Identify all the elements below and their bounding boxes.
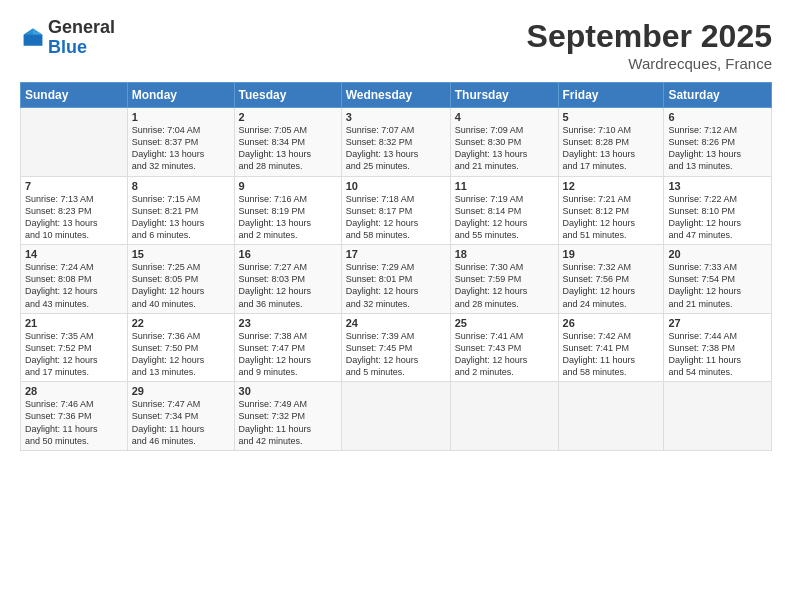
day-cell: 12Sunrise: 7:21 AM Sunset: 8:12 PM Dayli…	[558, 176, 664, 245]
day-info: Sunrise: 7:44 AM Sunset: 7:38 PM Dayligh…	[668, 330, 767, 379]
day-info: Sunrise: 7:10 AM Sunset: 8:28 PM Dayligh…	[563, 124, 660, 173]
col-header-saturday: Saturday	[664, 83, 772, 108]
day-number: 30	[239, 385, 337, 397]
logo-blue: Blue	[48, 37, 87, 57]
day-cell: 21Sunrise: 7:35 AM Sunset: 7:52 PM Dayli…	[21, 313, 128, 382]
day-cell: 3Sunrise: 7:07 AM Sunset: 8:32 PM Daylig…	[341, 108, 450, 177]
day-info: Sunrise: 7:05 AM Sunset: 8:34 PM Dayligh…	[239, 124, 337, 173]
day-cell: 27Sunrise: 7:44 AM Sunset: 7:38 PM Dayli…	[664, 313, 772, 382]
header: General Blue September 2025 Wardrecques,…	[20, 18, 772, 72]
location: Wardrecques, France	[527, 55, 772, 72]
day-number: 8	[132, 180, 230, 192]
day-number: 7	[25, 180, 123, 192]
day-number: 23	[239, 317, 337, 329]
day-info: Sunrise: 7:27 AM Sunset: 8:03 PM Dayligh…	[239, 261, 337, 310]
col-header-friday: Friday	[558, 83, 664, 108]
day-cell: 19Sunrise: 7:32 AM Sunset: 7:56 PM Dayli…	[558, 245, 664, 314]
day-cell	[21, 108, 128, 177]
week-row-2: 7Sunrise: 7:13 AM Sunset: 8:23 PM Daylig…	[21, 176, 772, 245]
day-cell: 29Sunrise: 7:47 AM Sunset: 7:34 PM Dayli…	[127, 382, 234, 451]
day-cell: 8Sunrise: 7:15 AM Sunset: 8:21 PM Daylig…	[127, 176, 234, 245]
day-cell: 6Sunrise: 7:12 AM Sunset: 8:26 PM Daylig…	[664, 108, 772, 177]
page: General Blue September 2025 Wardrecques,…	[0, 0, 792, 612]
day-number: 15	[132, 248, 230, 260]
day-number: 4	[455, 111, 554, 123]
day-info: Sunrise: 7:21 AM Sunset: 8:12 PM Dayligh…	[563, 193, 660, 242]
day-info: Sunrise: 7:30 AM Sunset: 7:59 PM Dayligh…	[455, 261, 554, 310]
day-info: Sunrise: 7:13 AM Sunset: 8:23 PM Dayligh…	[25, 193, 123, 242]
logo: General Blue	[20, 18, 115, 58]
day-cell: 15Sunrise: 7:25 AM Sunset: 8:05 PM Dayli…	[127, 245, 234, 314]
day-cell: 20Sunrise: 7:33 AM Sunset: 7:54 PM Dayli…	[664, 245, 772, 314]
day-cell: 7Sunrise: 7:13 AM Sunset: 8:23 PM Daylig…	[21, 176, 128, 245]
day-info: Sunrise: 7:36 AM Sunset: 7:50 PM Dayligh…	[132, 330, 230, 379]
logo-icon	[22, 27, 44, 49]
day-info: Sunrise: 7:41 AM Sunset: 7:43 PM Dayligh…	[455, 330, 554, 379]
col-header-sunday: Sunday	[21, 83, 128, 108]
day-info: Sunrise: 7:09 AM Sunset: 8:30 PM Dayligh…	[455, 124, 554, 173]
day-info: Sunrise: 7:04 AM Sunset: 8:37 PM Dayligh…	[132, 124, 230, 173]
day-info: Sunrise: 7:46 AM Sunset: 7:36 PM Dayligh…	[25, 398, 123, 447]
day-number: 1	[132, 111, 230, 123]
day-number: 17	[346, 248, 446, 260]
day-cell: 2Sunrise: 7:05 AM Sunset: 8:34 PM Daylig…	[234, 108, 341, 177]
day-number: 21	[25, 317, 123, 329]
day-number: 18	[455, 248, 554, 260]
day-number: 13	[668, 180, 767, 192]
day-cell: 9Sunrise: 7:16 AM Sunset: 8:19 PM Daylig…	[234, 176, 341, 245]
day-cell: 16Sunrise: 7:27 AM Sunset: 8:03 PM Dayli…	[234, 245, 341, 314]
day-number: 2	[239, 111, 337, 123]
day-info: Sunrise: 7:19 AM Sunset: 8:14 PM Dayligh…	[455, 193, 554, 242]
week-row-3: 14Sunrise: 7:24 AM Sunset: 8:08 PM Dayli…	[21, 245, 772, 314]
day-cell: 22Sunrise: 7:36 AM Sunset: 7:50 PM Dayli…	[127, 313, 234, 382]
day-cell: 5Sunrise: 7:10 AM Sunset: 8:28 PM Daylig…	[558, 108, 664, 177]
day-number: 26	[563, 317, 660, 329]
day-info: Sunrise: 7:24 AM Sunset: 8:08 PM Dayligh…	[25, 261, 123, 310]
day-info: Sunrise: 7:12 AM Sunset: 8:26 PM Dayligh…	[668, 124, 767, 173]
day-number: 22	[132, 317, 230, 329]
day-number: 11	[455, 180, 554, 192]
week-row-5: 28Sunrise: 7:46 AM Sunset: 7:36 PM Dayli…	[21, 382, 772, 451]
month-title: September 2025	[527, 18, 772, 55]
day-cell: 1Sunrise: 7:04 AM Sunset: 8:37 PM Daylig…	[127, 108, 234, 177]
day-number: 28	[25, 385, 123, 397]
day-cell: 13Sunrise: 7:22 AM Sunset: 8:10 PM Dayli…	[664, 176, 772, 245]
day-number: 5	[563, 111, 660, 123]
day-cell: 10Sunrise: 7:18 AM Sunset: 8:17 PM Dayli…	[341, 176, 450, 245]
day-info: Sunrise: 7:18 AM Sunset: 8:17 PM Dayligh…	[346, 193, 446, 242]
day-cell: 17Sunrise: 7:29 AM Sunset: 8:01 PM Dayli…	[341, 245, 450, 314]
day-cell: 25Sunrise: 7:41 AM Sunset: 7:43 PM Dayli…	[450, 313, 558, 382]
day-info: Sunrise: 7:38 AM Sunset: 7:47 PM Dayligh…	[239, 330, 337, 379]
day-info: Sunrise: 7:22 AM Sunset: 8:10 PM Dayligh…	[668, 193, 767, 242]
logo-text: General Blue	[48, 18, 115, 58]
day-info: Sunrise: 7:29 AM Sunset: 8:01 PM Dayligh…	[346, 261, 446, 310]
title-block: September 2025 Wardrecques, France	[527, 18, 772, 72]
day-cell: 23Sunrise: 7:38 AM Sunset: 7:47 PM Dayli…	[234, 313, 341, 382]
col-header-monday: Monday	[127, 83, 234, 108]
day-number: 16	[239, 248, 337, 260]
day-info: Sunrise: 7:25 AM Sunset: 8:05 PM Dayligh…	[132, 261, 230, 310]
header-row: SundayMondayTuesdayWednesdayThursdayFrid…	[21, 83, 772, 108]
day-info: Sunrise: 7:15 AM Sunset: 8:21 PM Dayligh…	[132, 193, 230, 242]
week-row-1: 1Sunrise: 7:04 AM Sunset: 8:37 PM Daylig…	[21, 108, 772, 177]
day-info: Sunrise: 7:39 AM Sunset: 7:45 PM Dayligh…	[346, 330, 446, 379]
day-number: 3	[346, 111, 446, 123]
day-cell	[558, 382, 664, 451]
col-header-wednesday: Wednesday	[341, 83, 450, 108]
day-cell	[664, 382, 772, 451]
day-info: Sunrise: 7:32 AM Sunset: 7:56 PM Dayligh…	[563, 261, 660, 310]
logo-general: General	[48, 17, 115, 37]
day-number: 12	[563, 180, 660, 192]
day-number: 27	[668, 317, 767, 329]
day-cell: 4Sunrise: 7:09 AM Sunset: 8:30 PM Daylig…	[450, 108, 558, 177]
day-cell: 30Sunrise: 7:49 AM Sunset: 7:32 PM Dayli…	[234, 382, 341, 451]
day-info: Sunrise: 7:42 AM Sunset: 7:41 PM Dayligh…	[563, 330, 660, 379]
day-cell: 14Sunrise: 7:24 AM Sunset: 8:08 PM Dayli…	[21, 245, 128, 314]
svg-marker-2	[24, 28, 33, 34]
day-info: Sunrise: 7:47 AM Sunset: 7:34 PM Dayligh…	[132, 398, 230, 447]
day-info: Sunrise: 7:49 AM Sunset: 7:32 PM Dayligh…	[239, 398, 337, 447]
day-number: 29	[132, 385, 230, 397]
day-number: 19	[563, 248, 660, 260]
day-cell: 24Sunrise: 7:39 AM Sunset: 7:45 PM Dayli…	[341, 313, 450, 382]
day-info: Sunrise: 7:16 AM Sunset: 8:19 PM Dayligh…	[239, 193, 337, 242]
